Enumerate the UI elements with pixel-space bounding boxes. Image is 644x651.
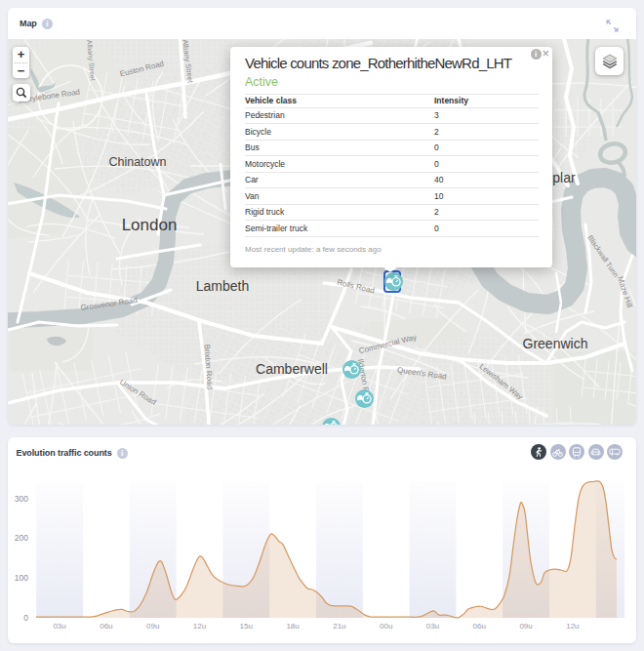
svg-text:Chinatown: Chinatown [108, 155, 166, 169]
svg-text:06u: 06u [473, 622, 486, 631]
svg-text:200: 200 [15, 533, 28, 543]
svg-text:0: 0 [23, 613, 28, 623]
svg-text:15u: 15u [240, 622, 253, 631]
svg-text:06u: 06u [100, 622, 112, 631]
svg-text:09u: 09u [146, 622, 159, 631]
svg-text:Camberwell: Camberwell [256, 361, 328, 377]
svg-text:21u: 21u [333, 622, 345, 631]
svg-text:Greenwich: Greenwich [523, 336, 588, 351]
svg-text:03u: 03u [426, 622, 439, 631]
svg-text:300: 300 [15, 494, 28, 504]
svg-text:Lambeth: Lambeth [196, 278, 249, 294]
svg-text:London: London [122, 216, 178, 234]
svg-text:00u: 00u [380, 622, 392, 631]
svg-text:12u: 12u [193, 622, 206, 631]
svg-text:plar: plar [552, 170, 576, 185]
svg-text:09u: 09u [519, 622, 532, 631]
svg-text:03u: 03u [53, 622, 65, 631]
svg-text:18u: 18u [286, 622, 299, 631]
svg-text:100: 100 [15, 573, 28, 583]
svg-text:12u: 12u [566, 622, 579, 631]
